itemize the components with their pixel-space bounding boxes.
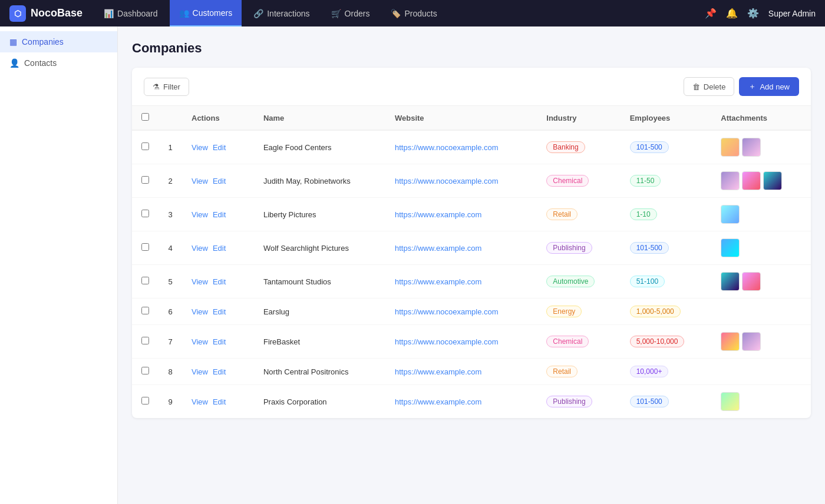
filter-button[interactable]: ⚗ Filter <box>144 78 189 96</box>
row-website[interactable]: https://www.example.com <box>385 359 537 385</box>
col-name: Name <box>254 106 385 130</box>
notification-icon[interactable]: 🔔 <box>726 8 738 19</box>
main-content: Companies ⚗ Filter 🗑 Delete ＋ Add new <box>118 26 825 504</box>
row-attachments <box>711 231 811 265</box>
website-link[interactable]: https://www.nocoexample.com <box>395 143 499 152</box>
sidebar-item-companies[interactable]: ▦ Companies <box>0 31 117 52</box>
edit-link[interactable]: Edit <box>213 337 226 346</box>
row-employees: 51-100 <box>621 265 712 299</box>
employees-badge: 11-50 <box>630 175 661 187</box>
row-number: 7 <box>159 325 182 359</box>
website-link[interactable]: https://www.example.com <box>395 367 481 376</box>
view-link[interactable]: View <box>192 277 208 286</box>
row-website[interactable]: https://www.example.com <box>385 198 537 231</box>
edit-link[interactable]: Edit <box>213 244 226 253</box>
row-actions: ViewEdit <box>182 325 254 359</box>
view-link[interactable]: View <box>192 244 208 253</box>
nav-customers[interactable]: 👥 Customers <box>170 0 242 26</box>
view-link[interactable]: View <box>192 397 208 406</box>
edit-link[interactable]: Edit <box>213 307 226 316</box>
row-website[interactable]: https://www.nocoexample.com <box>385 130 537 164</box>
row-actions: ViewEdit <box>182 265 254 299</box>
row-industry: Chemical <box>537 164 620 198</box>
nav-dashboard[interactable]: 📊 Dashboard <box>94 0 167 26</box>
app-name: NocoBase <box>31 7 82 19</box>
view-link[interactable]: View <box>192 143 208 152</box>
row-checkbox[interactable] <box>141 367 149 374</box>
attachments-list <box>721 205 801 224</box>
row-website[interactable]: https://www.example.com <box>385 231 537 265</box>
row-website[interactable]: https://www.example.com <box>385 265 537 299</box>
row-checkbox[interactable] <box>141 210 149 217</box>
col-attachments: Attachments <box>711 106 811 130</box>
row-checkbox[interactable] <box>141 243 149 251</box>
view-link[interactable]: View <box>192 367 208 376</box>
sidebar-item-contacts[interactable]: 👤 Contacts <box>0 52 117 74</box>
row-actions: ViewEdit <box>182 164 254 198</box>
attachment-thumbnail[interactable] <box>742 332 761 351</box>
row-checkbox[interactable] <box>141 142 149 150</box>
add-new-button[interactable]: ＋ Add new <box>739 77 799 96</box>
settings-icon[interactable]: ⚙️ <box>747 8 759 19</box>
attachment-thumbnail[interactable] <box>742 272 761 291</box>
website-link[interactable]: https://www.nocoexample.com <box>395 307 499 316</box>
row-attachments <box>711 130 811 164</box>
edit-link[interactable]: Edit <box>213 177 226 185</box>
row-attachments <box>711 164 811 198</box>
attachment-thumbnail[interactable] <box>721 171 740 190</box>
nav-interactions[interactable]: 🔗 Interactions <box>244 0 319 26</box>
row-company-name: Earslug <box>254 299 385 325</box>
app-logo[interactable]: ⬡ NocoBase <box>9 5 82 22</box>
nav-orders[interactable]: 🛒 Orders <box>322 0 380 26</box>
row-website[interactable]: https://www.nocoexample.com <box>385 325 537 359</box>
nav-products[interactable]: 🏷️ Products <box>381 0 446 26</box>
row-checkbox[interactable] <box>141 176 149 184</box>
attachment-thumbnail[interactable] <box>721 138 740 157</box>
attachment-thumbnail[interactable] <box>721 392 740 411</box>
attachment-thumbnail[interactable] <box>742 138 761 157</box>
row-checkbox[interactable] <box>141 337 149 344</box>
nav-orders-label: Orders <box>345 9 370 18</box>
website-link[interactable]: https://www.example.com <box>395 277 481 286</box>
edit-link[interactable]: Edit <box>213 210 226 219</box>
col-actions: Actions <box>182 106 254 130</box>
filter-icon: ⚗ <box>153 82 160 91</box>
website-link[interactable]: https://www.example.com <box>395 397 481 406</box>
edit-link[interactable]: Edit <box>213 143 226 152</box>
view-link[interactable]: View <box>192 177 208 185</box>
view-link[interactable]: View <box>192 337 208 346</box>
row-website[interactable]: https://www.nocoexample.com <box>385 299 537 325</box>
attachment-thumbnail[interactable] <box>763 171 782 190</box>
attachment-thumbnail[interactable] <box>721 272 740 291</box>
table-row: 2ViewEditJudith May, Robinetworkshttps:/… <box>132 164 811 198</box>
row-website[interactable]: https://www.example.com <box>385 385 537 419</box>
customers-icon: 👥 <box>179 8 189 18</box>
website-link[interactable]: https://www.example.com <box>395 244 481 253</box>
row-checkbox[interactable] <box>141 397 149 404</box>
website-link[interactable]: https://www.example.com <box>395 210 481 219</box>
website-link[interactable]: https://www.nocoexample.com <box>395 337 499 346</box>
row-attachments <box>711 299 811 325</box>
view-link[interactable]: View <box>192 307 208 316</box>
select-all-checkbox[interactable] <box>141 113 149 121</box>
row-checkbox[interactable] <box>141 277 149 284</box>
attachment-thumbnail[interactable] <box>721 205 740 224</box>
edit-link[interactable]: Edit <box>213 277 226 286</box>
attachment-thumbnail[interactable] <box>742 171 761 190</box>
nav-customers-label: Customers <box>193 8 233 18</box>
employees-badge: 101-500 <box>630 242 669 254</box>
attachment-thumbnail[interactable] <box>721 238 740 257</box>
row-checkbox[interactable] <box>141 307 149 314</box>
attachments-list <box>721 171 801 190</box>
pin-icon[interactable]: 📌 <box>705 8 717 19</box>
row-employees: 1-10 <box>621 198 712 231</box>
attachment-thumbnail[interactable] <box>721 332 740 351</box>
website-link[interactable]: https://www.nocoexample.com <box>395 177 499 185</box>
view-link[interactable]: View <box>192 210 208 219</box>
col-website: Website <box>385 106 537 130</box>
row-website[interactable]: https://www.nocoexample.com <box>385 164 537 198</box>
companies-table-card: ⚗ Filter 🗑 Delete ＋ Add new <box>132 68 811 418</box>
edit-link[interactable]: Edit <box>213 397 226 406</box>
edit-link[interactable]: Edit <box>213 367 226 376</box>
delete-button[interactable]: 🗑 Delete <box>684 77 735 96</box>
